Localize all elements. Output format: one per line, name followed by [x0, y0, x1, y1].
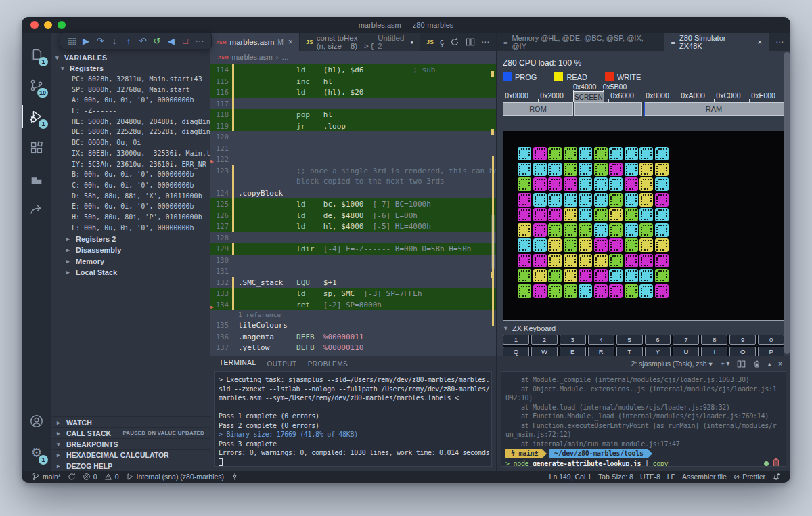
code-editor[interactable]: 114 ld (hl), $d6 ; sub115 inc hl116 ld (…	[210, 63, 496, 356]
section-registers-2[interactable]: ▸Registers 2	[51, 233, 210, 244]
run-task-icon[interactable]	[450, 37, 459, 47]
status-prettier[interactable]: ⊘Prettier	[730, 473, 769, 481]
new-terminal-button[interactable]: ＋▾	[719, 359, 730, 368]
key-W[interactable]: W	[531, 347, 558, 356]
register-row[interactable]: BC: 0000h, 0u, 0i	[51, 137, 210, 148]
panel-tab-output[interactable]: OUTPUT	[267, 360, 297, 368]
account-item[interactable]	[22, 406, 51, 437]
step-back-button[interactable]: ↶	[136, 35, 150, 47]
section-memory[interactable]: ▸Memory	[51, 255, 210, 267]
tab-z80-simulator[interactable]: ≡ Z80 Simulator - ZX48K ×	[664, 33, 769, 51]
status-utf-8[interactable]: UTF-8	[637, 473, 664, 481]
register-row[interactable]: H: 50h, 80u, 80i, 'P', 01010000b	[51, 212, 210, 223]
close-tab-icon[interactable]: ×	[288, 37, 293, 47]
split-terminal-icon[interactable]	[737, 360, 746, 368]
key-I[interactable]: I	[701, 347, 727, 356]
breadcrumb[interactable]: ASM marbles.asm › …	[210, 51, 496, 63]
close-panel-icon[interactable]: ×	[778, 360, 782, 368]
key-Y[interactable]: Y	[645, 347, 671, 356]
terminal-output[interactable]: > Executing task: sjasmplus --sld=/Users…	[214, 371, 492, 467]
variables-section-header[interactable]: ▾ VARIABLES	[51, 52, 210, 63]
key-Q[interactable]: Q	[503, 347, 529, 356]
overview-ruler[interactable]	[490, 33, 496, 356]
tab-memory-view[interactable]: ≡ Memory @HL, @DE, @BC, @SP, @IX, @IY	[497, 33, 664, 51]
key-T[interactable]: T	[616, 347, 643, 356]
key-2[interactable]: 2	[531, 335, 558, 345]
register-row[interactable]: F: -Z------	[51, 106, 210, 116]
extensions-activity-item[interactable]	[22, 132, 51, 163]
explorer-activity-item[interactable]: 1	[22, 39, 51, 70]
tab-marbles-asm[interactable]: ASM marbles.asm M ×	[210, 33, 299, 51]
glyph-action-icon[interactable]: ç	[440, 37, 444, 47]
terminal-select[interactable]: 2: sjasmplus (Task), zsh ▾	[631, 360, 713, 368]
register-row[interactable]: D: 58h, 88u, 88i, 'X', 01011000b	[51, 191, 210, 202]
panel-tab-problems[interactable]: PROBLEMS	[308, 360, 348, 368]
status-ln-149-col-1[interactable]: Ln 149, Col 1	[546, 473, 595, 481]
key-1[interactable]: 1	[503, 335, 529, 345]
status-lf[interactable]: LF	[664, 473, 679, 481]
settings-gear-item[interactable]: ⚙1	[22, 437, 51, 468]
registers-section-header[interactable]: ▾ Registers	[51, 63, 210, 74]
continue-button[interactable]: ▶	[79, 35, 93, 47]
key-3[interactable]: 3	[560, 335, 586, 345]
step-into-button[interactable]: ↓	[108, 35, 121, 47]
close-tab-icon[interactable]: ×	[758, 38, 762, 46]
key-5[interactable]: 5	[616, 335, 643, 345]
register-row[interactable]: L: 00h, 0u, 0i, '0', 00000000b	[51, 223, 210, 234]
key-0[interactable]: 0	[758, 335, 784, 345]
key-U[interactable]: U	[673, 347, 699, 356]
maximize-panel-icon[interactable]: ▴	[768, 360, 771, 368]
status-tab-size-8[interactable]: Tab Size: 8	[595, 473, 637, 481]
status-bell-icon[interactable]	[769, 473, 784, 481]
more-actions-icon[interactable]: ⋯	[481, 37, 489, 47]
status-plug-icon[interactable]	[227, 473, 242, 481]
split-editor-icon[interactable]	[466, 37, 475, 47]
status-assembler-file[interactable]: Assembler file	[679, 473, 730, 481]
key-4[interactable]: 4	[588, 335, 614, 345]
panel-tab-terminal[interactable]: TERMINAL	[219, 359, 256, 368]
block-activity-item[interactable]	[22, 163, 51, 194]
key-6[interactable]: 6	[645, 335, 671, 345]
section-hexadecimal-calculator[interactable]: ▸HEXADECIMAL CALCULATOR	[51, 449, 210, 460]
register-row[interactable]: C: 00h, 0u, 0i, '0', 00000000b	[51, 180, 210, 191]
stop-button[interactable]: □	[179, 35, 192, 47]
zx-keyboard-header[interactable]: ▼ ZX Keyboard	[503, 324, 784, 332]
source-control-activity-item[interactable]: 10	[22, 70, 51, 101]
register-row[interactable]: A: 00h, 0u, 0i, '0', 00000000b	[51, 95, 210, 106]
key-R[interactable]: R	[588, 347, 614, 356]
status-0[interactable]: 0	[101, 473, 122, 481]
kill-terminal-icon[interactable]	[752, 360, 761, 368]
drag-handle-button[interactable]: ⣿⣿	[65, 35, 78, 47]
register-row[interactable]: DE: 5800h, 22528u, 22528i, diagBinSz+44…	[51, 127, 210, 137]
step-out-button[interactable]: ↑	[122, 35, 135, 47]
key-7[interactable]: 7	[673, 335, 699, 345]
register-row[interactable]: HL: 5000h, 20480u, 20480i, diagBinSz+23…	[51, 116, 210, 127]
section-disassembly[interactable]: ▸Disassembly	[51, 244, 210, 256]
section-dezog-help[interactable]: ▸DEZOG HELP	[51, 460, 210, 471]
restart-button[interactable]: ↺	[150, 35, 164, 47]
key-8[interactable]: 8	[701, 335, 727, 345]
register-row[interactable]: PC: 8028h, 32811u, Main.start+43	[51, 74, 210, 85]
run-debug-activity-item[interactable]: 1	[22, 101, 51, 132]
step-over-button[interactable]: ↷	[93, 35, 107, 47]
key-9[interactable]: 9	[729, 335, 756, 345]
status-sync-icon[interactable]	[64, 473, 79, 481]
status-main-[interactable]: main*	[28, 473, 64, 481]
share-arrow-activity-item[interactable]	[22, 194, 51, 225]
section-watch[interactable]: ▸WATCH	[51, 416, 210, 427]
register-row[interactable]: SP: 8000h, 32768u, Main.start	[51, 85, 210, 95]
more-actions-button[interactable]: ⋯	[193, 35, 206, 47]
tab-untitled-2[interactable]: JS const toHex = (n, size = 8) => { Unti…	[299, 33, 420, 51]
register-row[interactable]: E: 00h, 0u, 0i, '0', 00000000b	[51, 201, 210, 212]
register-row[interactable]: IX: 80E8h, 33000u, -32536i, Main.tileCo…	[51, 148, 210, 159]
reverse-continue-button[interactable]: ◀	[164, 35, 178, 47]
status-internal-sna-z80-marbles-[interactable]: Internal (sna) (z80-marbles)	[122, 473, 228, 481]
section-breakpoints[interactable]: ▾BREAKPOINTS	[51, 438, 210, 449]
section-call-stack[interactable]: ▸CALL STACKPAUSED ON VALUE UPDATED	[51, 427, 210, 438]
panel-scrollbar[interactable]	[784, 52, 790, 354]
register-row[interactable]: IY: 5C3Ah, 23610u, 23610i, ERR_NR	[51, 159, 210, 170]
more-actions-icon[interactable]: ⋯	[775, 37, 784, 47]
status-0[interactable]: 0	[79, 473, 101, 481]
terminal-shell[interactable]: at Module._compile (internal/modules/cjs…	[501, 371, 786, 467]
key-O[interactable]: O	[729, 347, 756, 356]
